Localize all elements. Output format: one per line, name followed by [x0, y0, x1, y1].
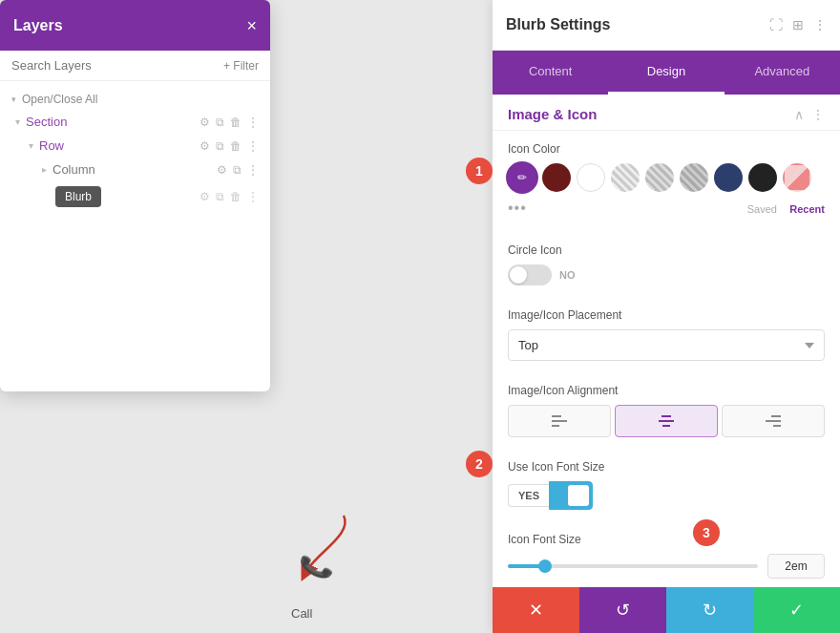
blurb-settings-panel: Blurb Settings ⛶ ⊞ ⋮ Content Design Adva… [493, 0, 840, 633]
section-duplicate-icon[interactable]: ⧉ [216, 116, 224, 129]
image-alignment-label: Image/Icon Alignment [508, 384, 825, 397]
image-placement-select[interactable]: Top Left Right Bottom [508, 329, 825, 361]
blurb-settings-icon[interactable]: ⚙ [200, 190, 210, 203]
color-swatch-gradient[interactable] [783, 163, 811, 192]
section-more-icon[interactable]: ⋮ [247, 116, 259, 129]
chevron-down-icon: ▾ [15, 116, 20, 127]
column-label: Column [52, 162, 95, 177]
chevron-down-icon: ▾ [29, 140, 33, 151]
svg-rect-4 [659, 420, 674, 422]
layers-panel: Layers × + Filter ▾ Open/Close All ▾ Sec… [0, 0, 270, 391]
saved-label: Saved [747, 203, 777, 215]
yes-toggle-switch[interactable] [549, 481, 593, 510]
swatch-actions: Saved Recent [747, 200, 825, 217]
icon-font-size-input[interactable] [767, 554, 825, 579]
layers-title: Layers [13, 17, 63, 34]
circle-icon-toggle-row: NO [508, 264, 825, 285]
section-label: Section [26, 115, 67, 129]
color-swatch-pattern1[interactable] [611, 163, 640, 192]
call-text-label: Call [291, 606, 312, 621]
column-more-icon[interactable]: ⋮ [247, 163, 259, 177]
blurb-delete-icon[interactable]: 🗑 [230, 190, 242, 203]
section-header-title: Image & Icon [508, 106, 597, 122]
blurb-label: Blurb [55, 186, 101, 207]
section-settings-icon[interactable]: ⚙ [200, 116, 210, 129]
bottom-toolbar: ✕ ↺ ↻ ✓ [493, 587, 840, 633]
color-swatch-pattern2[interactable] [645, 163, 674, 192]
chevron-icon: ▾ [11, 95, 16, 104]
layers-close-button[interactable]: × [246, 17, 257, 34]
blurb-header-icons: ⛶ ⊞ ⋮ [769, 17, 827, 32]
layer-item-column[interactable]: ▸ Column ⚙ ⧉ ⋮ [0, 158, 270, 181]
circle-icon-toggle-label: NO [559, 269, 576, 281]
layers-header: Layers × [0, 0, 270, 51]
color-swatch-pattern3[interactable] [680, 163, 708, 192]
icon-font-size-group: Icon Font Size [493, 521, 840, 587]
blurb-more-icon[interactable]: ⋮ [813, 17, 827, 32]
icon-font-size-slider[interactable] [508, 564, 758, 568]
undo-button[interactable]: ↺ [579, 587, 666, 633]
layers-search-input[interactable] [11, 58, 223, 73]
tab-design[interactable]: Design [608, 51, 724, 95]
layer-item-row[interactable]: ▾ Row ⚙ ⧉ 🗑 ⋮ [0, 134, 270, 158]
row-duplicate-icon[interactable]: ⧉ [216, 139, 224, 153]
tab-advanced[interactable]: Advanced [724, 51, 840, 95]
icon-font-size-slider-row [508, 554, 825, 579]
icon-font-size-label: Icon Font Size [508, 533, 825, 546]
use-icon-font-size-label: Use Icon Font Size [508, 460, 825, 474]
color-swatch-black[interactable] [748, 163, 777, 192]
layer-item-blurb[interactable]: Blurb ⚙ ⧉ 🗑 ⋮ [0, 181, 270, 212]
section-icons: ⚙ ⧉ 🗑 ⋮ [200, 116, 259, 129]
layer-item-section[interactable]: ▾ Section ⚙ ⧉ 🗑 ⋮ [0, 110, 270, 134]
blurb-panel-content: Image & Icon ∧ ⋮ Icon Color ✏ [493, 95, 840, 587]
slider-thumb[interactable] [538, 559, 552, 573]
section-delete-icon[interactable]: 🗑 [230, 116, 242, 129]
color-swatch-white[interactable] [577, 163, 605, 192]
color-swatch-dark-blue[interactable] [714, 163, 743, 192]
icon-color-label: Icon Color [508, 142, 825, 156]
layers-filter-button[interactable]: + Filter [223, 59, 259, 73]
dots-icon: ••• [508, 200, 527, 217]
cancel-button[interactable]: ✕ [493, 587, 579, 633]
blurb-tabs: Content Design Advanced [493, 51, 840, 95]
blurb-panel-header: Blurb Settings ⛶ ⊞ ⋮ [493, 0, 840, 51]
blurb-more-icon[interactable]: ⋮ [247, 190, 259, 203]
column-settings-icon[interactable]: ⚙ [217, 163, 227, 177]
redo-button[interactable]: ↻ [666, 587, 753, 633]
svg-rect-8 [773, 425, 781, 427]
cancel-icon: ✕ [529, 600, 543, 621]
tab-content[interactable]: Content [493, 51, 608, 95]
column-duplicate-icon[interactable]: ⧉ [233, 163, 242, 177]
section-collapse-icon[interactable]: ∧ [794, 107, 804, 122]
color-swatch-picker[interactable]: ✏ [508, 163, 536, 192]
circle-icon-toggle[interactable] [508, 264, 552, 285]
icon-color-group: Icon Color ✏ ••• Saved [493, 131, 840, 232]
pencil-icon: ✏ [517, 171, 527, 184]
align-left-button[interactable] [508, 405, 611, 437]
toggle-knob [510, 266, 527, 284]
blurb-expand-icon[interactable]: ⛶ [769, 17, 783, 32]
align-center-button[interactable] [615, 405, 718, 437]
row-delete-icon[interactable]: 🗑 [230, 139, 242, 153]
section-options-icon[interactable]: ⋮ [811, 107, 825, 122]
image-placement-group: Image/Icon Placement Top Left Right Bott… [493, 297, 840, 372]
blurb-duplicate-icon[interactable]: ⧉ [216, 190, 224, 203]
svg-rect-0 [552, 415, 561, 417]
section-header-icons: ∧ ⋮ [794, 107, 825, 122]
use-icon-font-size-toggle-row: YES [508, 481, 825, 510]
align-right-button[interactable] [722, 405, 825, 437]
row-more-icon[interactable]: ⋮ [247, 139, 259, 153]
annotation-1: 1 [466, 158, 493, 184]
blurb-grid-icon[interactable]: ⊞ [792, 17, 804, 32]
save-button[interactable]: ✓ [753, 587, 840, 633]
column-icons: ⚙ ⧉ ⋮ [217, 163, 259, 177]
chevron-right-icon: ▸ [42, 164, 47, 175]
color-swatch-dark-red[interactable] [542, 163, 571, 192]
svg-rect-1 [552, 420, 567, 422]
open-close-all[interactable]: ▾ Open/Close All [0, 89, 270, 110]
redo-icon: ↻ [703, 600, 717, 621]
annotation-3: 3 [693, 519, 720, 546]
svg-rect-3 [662, 415, 671, 417]
row-settings-icon[interactable]: ⚙ [200, 139, 210, 153]
recent-label[interactable]: Recent [789, 203, 825, 215]
